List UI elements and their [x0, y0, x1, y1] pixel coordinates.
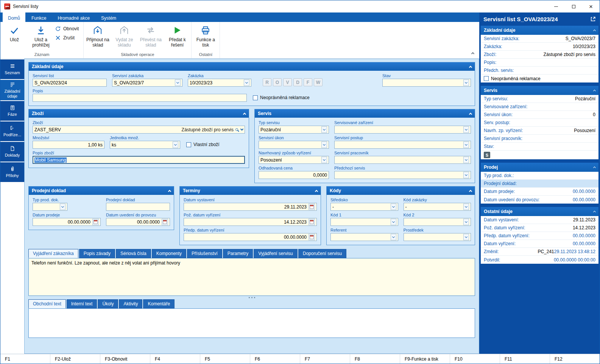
sidebar-item-prilohy[interactable]: Přílohy [0, 162, 24, 182]
summary-row-poz-datum-vyrizeni[interactable]: Pož. datum vyřízení:14.12.2023 [481, 224, 598, 232]
customer-statement-textarea[interactable]: Telefon není funkční. Lze zapnout, ale n… [28, 258, 475, 296]
poz-datum-vyrizeni-input[interactable]: 14.12.2023 [184, 218, 317, 226]
uloz-a-prohlizej-button[interactable]: Ulož a prohlížej [28, 23, 54, 51]
panel-header-prodejni-doklad[interactable]: Prodejní doklad [29, 187, 174, 195]
typ-servisu-input[interactable]: Pozáruční [259, 126, 329, 134]
predp-datum-vyrizeni-input[interactable]: 00.00.0000 [184, 233, 317, 241]
collapse-icon[interactable] [593, 166, 596, 169]
dropdown-button[interactable] [391, 219, 396, 225]
statusbar-f12[interactable]: F12 [550, 354, 600, 364]
dropdown-button[interactable] [463, 142, 469, 148]
statusbar-f11[interactable]: F11 [500, 354, 550, 364]
summary-row-datum-vyrizeni[interactable]: Datum vyřízení:00.00.0000 [481, 240, 598, 248]
ribbon-tab-funkce[interactable]: Funkce [26, 12, 51, 22]
calendar-button[interactable] [92, 219, 99, 225]
dropdown-button[interactable] [175, 79, 181, 86]
summary-row-serv-postup[interactable]: Serv. postup: [481, 119, 598, 127]
summary-row-datum-vystaveni[interactable]: Datum vystavení:29.11.2023 [481, 216, 598, 224]
dropdown-button[interactable] [391, 234, 396, 240]
summary-row-typ-servisu[interactable]: Typ servisu:Pozáruční [481, 95, 598, 103]
kod2-input[interactable] [404, 218, 471, 226]
calendar-button[interactable] [309, 219, 315, 225]
tab-popis-zavady[interactable]: Popis závady [79, 249, 115, 258]
sidebar-item-doklady[interactable]: Doklady [0, 142, 24, 162]
popout-icon[interactable] [590, 16, 596, 22]
tab-vyjadreni-zakaznika[interactable]: Vyjádření zákazníka [28, 249, 78, 258]
calendar-button[interactable] [162, 219, 168, 225]
summary-row-servisni-pracovnik[interactable]: Servisní pracovník: [481, 135, 598, 143]
ribbon-collapse-icon[interactable] [472, 51, 474, 56]
odhadovana-cena-input[interactable]: 0,0000 [259, 171, 329, 179]
statusbar-f10[interactable]: F10 [450, 354, 500, 364]
funkce-a-tisk-button[interactable]: Funkce a tisk [192, 23, 219, 51]
uloz-button[interactable]: Ulož [1, 23, 28, 51]
predat-k-reseni-button[interactable]: Předat k řešení [164, 23, 190, 51]
servisni-zakazka-input[interactable]: S_OVA/2023/7 [112, 79, 182, 87]
calendar-button[interactable] [309, 204, 315, 210]
collapse-icon[interactable] [469, 65, 472, 68]
splitter-handle[interactable] [28, 296, 475, 299]
panel-header-zbozi[interactable]: Zboží [29, 109, 249, 118]
business-text-textarea[interactable] [28, 308, 475, 338]
tab-interni-text[interactable]: Interní text [67, 299, 97, 308]
collapse-icon[interactable] [168, 190, 171, 193]
panel-header-kody[interactable]: Kódy [327, 187, 475, 195]
servisni-pracovnik-input[interactable] [334, 156, 471, 164]
summary-row-typ-prod-dok[interactable]: Typ prod. dok.: [481, 172, 598, 180]
panel-header-servis[interactable]: Servis [255, 109, 475, 118]
stredisko-input[interactable]: - [330, 203, 398, 211]
sidebar-item-faze[interactable]: Fáze [0, 101, 24, 121]
servisovane-zarizeni-input[interactable] [334, 126, 471, 134]
neopravnena-reklamace-checkbox[interactable]: Neoprávněná reklamace [253, 95, 310, 100]
popis-input[interactable] [33, 94, 247, 102]
prostredek-input[interactable] [404, 233, 471, 241]
popis-zbozi-input[interactable]: Mobil Samsung [33, 156, 245, 164]
summary-row-predp-datum-vyrizeni[interactable]: Předp. datum vyřízení:00.00.0000 [481, 232, 598, 240]
collapse-icon[interactable] [315, 190, 318, 193]
summary-row-servisovane-zarizeni[interactable]: Servisované zařízení: [481, 103, 598, 111]
summary-row-prodejni-doklad[interactable]: Prodejní doklad: [481, 180, 598, 188]
tab-komponenty[interactable]: Komponenty [152, 249, 186, 258]
dropdown-button[interactable] [463, 79, 469, 86]
dropdown-button[interactable] [244, 79, 249, 86]
summary-section-header[interactable]: Ostatní údaje [481, 207, 598, 216]
dropdown-button[interactable] [463, 172, 469, 178]
tab-doporuceni-servisu[interactable]: Doporučení servisu [298, 249, 346, 258]
jednotka-input[interactable]: ks [110, 141, 180, 149]
dropdown-button[interactable] [321, 157, 327, 163]
kod-zakazky-input[interactable]: - [404, 203, 471, 211]
flag-f-button[interactable]: F [304, 78, 312, 86]
mnozstvi-input[interactable]: 1,00 ks [33, 141, 104, 149]
statusbar-f6[interactable]: F6 [250, 354, 300, 364]
datum-provozu-input[interactable]: 00.00.0000 [106, 218, 170, 226]
kod1-input[interactable] [330, 218, 398, 226]
calendar-button[interactable] [309, 234, 315, 240]
collapse-icon[interactable] [469, 112, 472, 115]
tab-aktivity[interactable]: Aktivity [119, 299, 142, 308]
flag-o-button[interactable]: O [273, 78, 282, 86]
statusbar-f7[interactable]: F7 [300, 354, 350, 364]
navrhovany-zpusob-input[interactable]: Posouzení [259, 156, 329, 164]
search-icon[interactable] [235, 128, 238, 131]
chevron-down-icon[interactable] [240, 128, 243, 131]
summary-row-zmenil[interactable]: Změnil:PC_24129.11.2023 13:48:12 [481, 248, 598, 256]
vlastni-zbozi-checkbox[interactable]: Vlastní zboží [186, 142, 220, 147]
collapse-icon[interactable] [593, 30, 596, 32]
statusbar-f2[interactable]: F2-Ulož [50, 354, 100, 364]
summary-row-stav[interactable]: Stav: [481, 143, 598, 151]
sidebar-item-seznam[interactable]: Seznam [0, 59, 24, 79]
flag-w-button[interactable]: W [314, 78, 323, 86]
statusbar-f9[interactable]: F9-Funkce a tisk [400, 354, 450, 364]
sidebar-item-podrize[interactable]: Podříze... [0, 121, 24, 141]
servisni-list-input[interactable]: S_OVA/2023/24 [33, 79, 107, 87]
servisni-ukon-input[interactable] [259, 141, 329, 149]
summary-checkbox-neopravnena-reklamace[interactable]: Neoprávněná reklamace [481, 75, 598, 82]
ribbon-tab-system[interactable]: Systém [96, 12, 122, 22]
summary-row-navrh-zp-vyrizeni[interactable]: Navrh. zp. vyřízení:Posouzení [481, 127, 598, 135]
predchozi-servis-input[interactable] [334, 171, 471, 179]
collapse-icon[interactable] [243, 112, 246, 115]
dropdown-button[interactable] [463, 204, 469, 210]
summary-row-datum-uvedeni-do-provozu[interactable]: Datum uvedení do provozu:00.00.0000 [481, 196, 598, 204]
servisni-postup-input[interactable] [334, 141, 471, 149]
tab-parametry[interactable]: Parametry [223, 249, 253, 258]
